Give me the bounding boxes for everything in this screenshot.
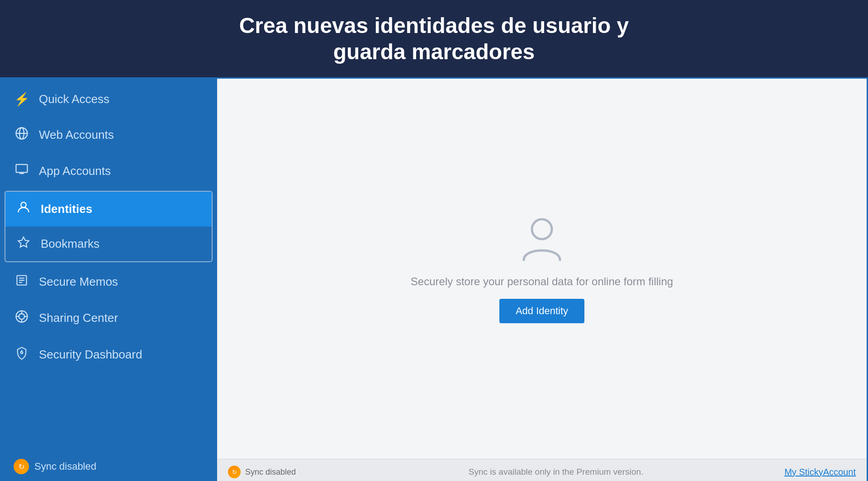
sidebar-active-group: Identities Bookmarks	[5, 191, 213, 262]
footer-sync-disabled: Sync disabled	[245, 467, 296, 477]
quick-access-icon: ⚡	[14, 92, 30, 107]
bookmarks-icon	[15, 236, 32, 252]
sidebar-item-label: App Accounts	[39, 164, 111, 178]
footer-sync-message: Sync is available only in the Premium ve…	[327, 467, 784, 477]
sidebar-item-label: Web Accounts	[39, 128, 114, 142]
content-main: Securely store your personal data for on…	[217, 79, 867, 459]
sidebar-item-label: Secure Memos	[39, 275, 118, 289]
secure-memos-icon	[14, 274, 30, 290]
sidebar-item-identities[interactable]: Identities	[5, 192, 212, 226]
svg-point-20	[532, 219, 552, 239]
identities-icon	[15, 201, 32, 217]
sidebar-item-bookmarks[interactable]: Bookmarks	[5, 226, 212, 261]
sidebar-item-label: Bookmarks	[41, 237, 100, 251]
web-accounts-icon	[14, 127, 30, 143]
person-icon	[519, 215, 564, 264]
sidebar-item-label: Quick Access	[39, 92, 109, 106]
content-description: Securely store your personal data for on…	[411, 275, 673, 288]
person-icon-container	[519, 215, 564, 264]
security-dashboard-icon	[14, 346, 30, 363]
sidebar-item-quick-access[interactable]: ⚡ Quick Access	[0, 82, 217, 117]
sidebar-item-label: Sharing Center	[39, 311, 118, 325]
footer-account-link[interactable]: My StickyAccount	[784, 467, 856, 477]
svg-point-13	[19, 314, 25, 320]
sidebar-item-secure-memos[interactable]: Secure Memos	[0, 264, 217, 300]
sharing-center-icon	[14, 310, 30, 326]
sidebar-item-sharing-center[interactable]: Sharing Center	[0, 300, 217, 336]
footer-sync-icon: ↻	[228, 466, 241, 478]
content-area: Securely store your personal data for on…	[217, 77, 868, 481]
sidebar-item-web-accounts[interactable]: Web Accounts	[0, 117, 217, 153]
sync-bar: ↻ Sync disabled	[0, 452, 217, 481]
app-accounts-icon	[14, 163, 30, 179]
svg-marker-7	[18, 237, 28, 247]
sidebar-item-security-dashboard[interactable]: Security Dashboard	[0, 336, 217, 373]
banner: Crea nuevas identidades de usuario y gua…	[0, 0, 868, 77]
footer-bar: ↻ Sync disabled Sync is available only i…	[217, 459, 867, 481]
sync-icon: ↻	[14, 459, 29, 474]
sidebar-item-label: Identities	[41, 202, 92, 216]
sidebar: ⚡ Quick Access Web Accounts	[0, 77, 217, 481]
sidebar-item-app-accounts[interactable]: App Accounts	[0, 153, 217, 189]
add-identity-button[interactable]: Add Identity	[499, 299, 584, 323]
sync-label: Sync disabled	[34, 461, 96, 472]
main-container: ⚡ Quick Access Web Accounts	[0, 77, 868, 481]
sidebar-spacer	[0, 373, 217, 452]
sidebar-item-label: Security Dashboard	[39, 348, 142, 362]
banner-title: Crea nuevas identidades de usuario y gua…	[18, 13, 850, 65]
svg-rect-3	[16, 165, 28, 173]
svg-point-18	[21, 352, 23, 354]
svg-point-6	[21, 203, 26, 208]
footer-sync-left: ↻ Sync disabled	[228, 466, 327, 478]
